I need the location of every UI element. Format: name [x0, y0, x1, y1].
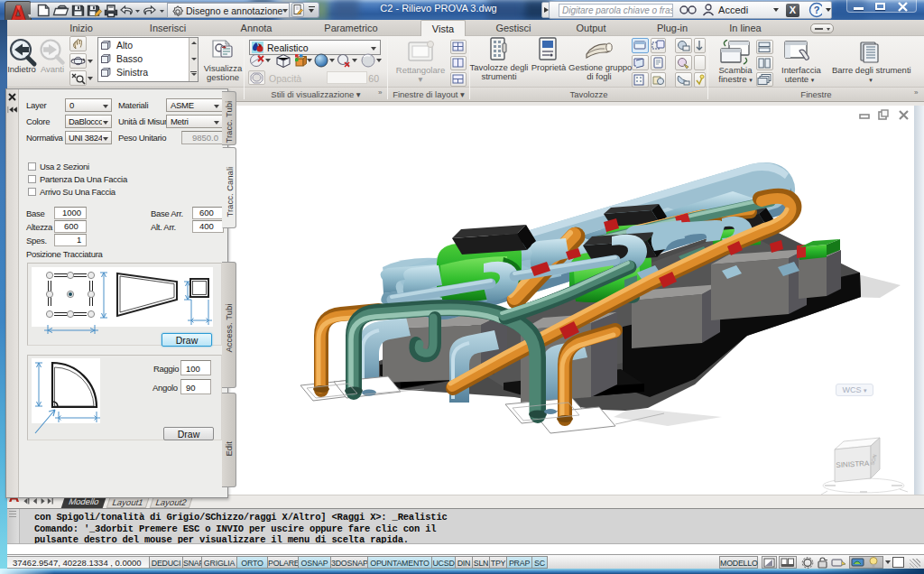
svg-text:?: ?: [813, 5, 819, 15]
